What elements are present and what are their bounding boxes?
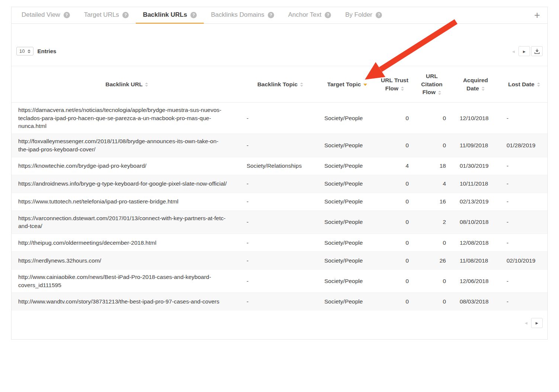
backlink-url-cell[interactable]: https://varconnection.dstewart.com/2017/… [12,211,242,234]
target-topic-cell: Society/People [318,293,376,311]
help-icon[interactable]: ? [122,12,129,18]
backlink-url-cell[interactable]: http://www.wandtv.com/story/38731213/the… [12,293,242,311]
table-row: https://nerdlynews.32hours.com/ - Societ… [12,251,547,269]
sort-icon [537,83,540,87]
acquired-date-cell: 02/13/2019 [450,193,501,211]
lost-date-cell: - [501,175,547,193]
tab-target-urls[interactable]: Target URLs ? [77,7,136,24]
download-button[interactable] [531,46,543,56]
sort-desc-icon [363,84,367,86]
column-header-target-topic[interactable]: Target Topic [318,66,376,103]
target-topic-cell: Society/People [318,211,376,234]
trust-flow-cell: 0 [376,293,413,311]
column-header-url-citation-flow[interactable]: URL Citation Flow [413,66,450,103]
acquired-date-cell: 10/11/2018 [450,175,501,193]
target-topic-cell: Society/People [318,234,376,251]
tab-detailed-view[interactable]: Detailed View ? [15,7,77,24]
acquired-date-cell: 08/10/2018 [450,211,501,234]
backlink-url-cell[interactable]: https://www.tuttotech.net/telefonia/ipad… [12,193,242,211]
table-row: https://knowtechie.com/brydge-ipad-pro-k… [12,157,547,175]
target-topic-cell: Society/People [318,269,376,292]
citation-flow-cell: 0 [413,293,450,311]
backlink-url-cell[interactable]: http://foxvalleymessenger.com/2018/11/08… [12,134,242,157]
citation-flow-cell: 16 [413,193,450,211]
help-icon[interactable]: ? [325,12,331,18]
acquired-date-cell: 12/06/2018 [450,269,501,292]
citation-flow-cell: 18 [413,157,450,175]
column-header-acquired-date[interactable]: Acquired Date [450,66,501,103]
backlink-topic-cell: - [242,134,318,157]
lost-date-cell: - [501,234,547,251]
add-icon[interactable]: + [530,10,544,20]
backlink-url-cell[interactable]: https://knowtechie.com/brydge-ipad-pro-k… [12,157,242,175]
tab-label: Backlinks Domains [211,11,264,19]
lost-date-cell: - [501,193,547,211]
target-topic-cell: Society/People [318,193,376,211]
table-toolbar: 10 Entries ◂ ▸ [12,24,547,66]
next-page-button[interactable]: ▸ [531,318,543,328]
bottom-pager: ◂ ▸ [12,311,547,339]
table-header: Backlink URL Backlink Topic Target Topic… [12,66,547,103]
trust-flow-cell: 0 [376,193,413,211]
citation-flow-cell: 0 [413,103,450,134]
tab-bar: Detailed View ? Target URLs ? Backlink U… [12,7,547,24]
trust-flow-cell: 0 [376,234,413,251]
lost-date-cell: - [501,211,547,234]
lost-date-cell: 01/28/2019 [501,134,547,157]
prev-page-icon[interactable]: ◂ [522,320,530,326]
download-icon [534,49,540,54]
help-icon[interactable]: ? [64,12,70,18]
backlink-topic-cell: - [242,234,318,251]
entries-per-page-select[interactable]: 10 [16,47,33,55]
trust-flow-cell: 0 [376,251,413,269]
tab-label: Detailed View [22,11,60,19]
prev-page-icon[interactable]: ◂ [510,48,517,54]
tab-label: Target URLs [84,11,119,19]
column-header-url-trust-flow[interactable]: URL Trust Flow [376,66,413,103]
next-page-button[interactable]: ▸ [518,46,530,56]
sort-icon [300,83,303,87]
tab-backlink-urls[interactable]: Backlink URLs ? [136,7,204,24]
lost-date-cell: - [501,103,547,134]
column-label: Backlink URL [106,81,143,87]
help-icon[interactable]: ? [268,12,274,18]
trust-flow-cell: 0 [376,175,413,193]
table-row: http://www.cainiaobike.com/news/Best-iPa… [12,269,547,292]
help-icon[interactable]: ? [376,12,382,18]
tab-label: By Folder [345,11,372,19]
tab-by-folder[interactable]: By Folder ? [338,7,389,24]
backlinks-table: Backlink URL Backlink Topic Target Topic… [12,66,547,311]
trust-flow-cell: 0 [376,269,413,292]
tab-backlinks-domains[interactable]: Backlinks Domains ? [204,7,281,24]
backlink-url-cell[interactable]: https://androidnews.info/bryge-g-type-ke… [12,175,242,193]
backlink-url-cell[interactable]: https://nerdlynews.32hours.com/ [12,251,242,269]
column-header-backlink-topic[interactable]: Backlink Topic [242,66,318,103]
backlink-url-cell[interactable]: http://www.cainiaobike.com/news/Best-iPa… [12,269,242,292]
backlink-topic-cell: - [242,293,318,311]
entries-label: Entries [37,48,56,54]
trust-flow-cell: 0 [376,134,413,157]
sort-icon [438,91,441,95]
backlink-topic-cell: - [242,251,318,269]
tab-anchor-text[interactable]: Anchor Text ? [281,7,338,24]
top-pager: ◂ ▸ [510,46,543,56]
citation-flow-cell: 0 [413,269,450,292]
sort-icon [482,87,485,91]
backlinks-panel: Detailed View ? Target URLs ? Backlink U… [11,7,548,340]
citation-flow-cell: 0 [413,134,450,157]
backlink-topic-cell: - [242,103,318,134]
help-icon[interactable]: ? [190,12,197,18]
trust-flow-cell: 0 [376,211,413,234]
tab-label: Backlink URLs [143,11,187,19]
backlink-topic-cell: - [242,211,318,234]
table-row: https://www.tuttotech.net/telefonia/ipad… [12,193,547,211]
backlink-url-cell[interactable]: http://theipug.com/oldermeetings/decembe… [12,234,242,251]
column-header-backlink-url[interactable]: Backlink URL [12,66,242,103]
column-label: Lost Date [508,81,534,87]
target-topic-cell: Society/People [318,134,376,157]
column-header-lost-date[interactable]: Lost Date [501,66,547,103]
citation-flow-cell: 2 [413,211,450,234]
backlink-url-cell[interactable]: https://damacvera.net/es/noticias/tecnol… [12,103,242,134]
backlink-topic-cell: Society/Relationships [242,157,318,175]
table-row: https://varconnection.dstewart.com/2017/… [12,211,547,234]
